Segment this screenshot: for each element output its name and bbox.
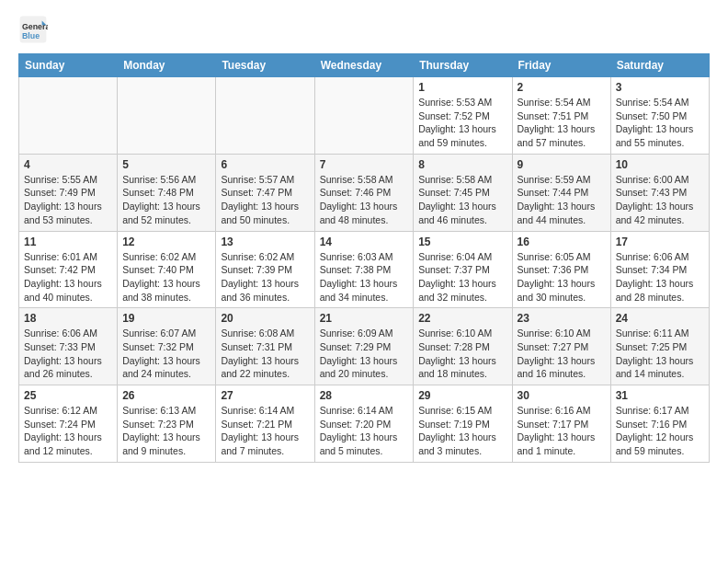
day-number: 8 [418, 158, 506, 171]
day-detail: Sunrise: 6:02 AM Sunset: 7:40 PM Dayligh… [122, 250, 210, 304]
calendar-cell: 13Sunrise: 6:02 AM Sunset: 7:39 PM Dayli… [216, 231, 314, 308]
day-detail: Sunrise: 6:02 AM Sunset: 7:39 PM Dayligh… [221, 250, 309, 304]
day-detail: Sunrise: 6:10 AM Sunset: 7:28 PM Dayligh… [418, 327, 506, 381]
col-sunday: Sunday [19, 54, 118, 77]
day-detail: Sunrise: 6:14 AM Sunset: 7:21 PM Dayligh… [221, 404, 309, 458]
day-detail: Sunrise: 5:55 AM Sunset: 7:49 PM Dayligh… [24, 173, 112, 227]
day-number: 15 [418, 236, 506, 248]
day-number: 18 [24, 312, 112, 325]
day-detail: Sunrise: 6:11 AM Sunset: 7:25 PM Dayligh… [616, 327, 704, 381]
day-detail: Sunrise: 6:10 AM Sunset: 7:27 PM Dayligh… [518, 327, 606, 381]
calendar-cell: 10Sunrise: 6:00 AM Sunset: 7:43 PM Dayli… [610, 154, 709, 231]
calendar-header: Sunday Monday Tuesday Wednesday Thursday… [19, 54, 710, 77]
day-detail: Sunrise: 6:06 AM Sunset: 7:34 PM Dayligh… [616, 250, 704, 304]
day-detail: Sunrise: 5:54 AM Sunset: 7:51 PM Dayligh… [518, 96, 606, 150]
day-number: 16 [518, 236, 606, 248]
calendar-cell: 27Sunrise: 6:14 AM Sunset: 7:21 PM Dayli… [216, 385, 314, 463]
col-wednesday: Wednesday [314, 54, 414, 77]
day-number: 14 [320, 236, 409, 248]
day-number: 31 [616, 389, 704, 402]
page-header: General Blue [18, 15, 710, 44]
day-number: 3 [616, 81, 704, 94]
day-detail: Sunrise: 6:12 AM Sunset: 7:24 PM Dayligh… [24, 404, 112, 458]
calendar-cell: 31Sunrise: 6:17 AM Sunset: 7:16 PM Dayli… [610, 385, 709, 463]
day-number: 12 [122, 236, 210, 248]
calendar-cell: 19Sunrise: 6:07 AM Sunset: 7:32 PM Dayli… [118, 308, 216, 385]
col-monday: Monday [118, 54, 216, 77]
day-detail: Sunrise: 5:58 AM Sunset: 7:45 PM Dayligh… [418, 173, 506, 227]
calendar-cell: 4Sunrise: 5:55 AM Sunset: 7:49 PM Daylig… [19, 154, 118, 231]
calendar-cell [216, 77, 314, 155]
calendar-cell: 8Sunrise: 5:58 AM Sunset: 7:45 PM Daylig… [414, 154, 512, 231]
calendar-cell: 25Sunrise: 6:12 AM Sunset: 7:24 PM Dayli… [19, 385, 118, 463]
calendar-week-2: 4Sunrise: 5:55 AM Sunset: 7:49 PM Daylig… [19, 154, 710, 231]
calendar-week-4: 18Sunrise: 6:06 AM Sunset: 7:33 PM Dayli… [19, 308, 710, 385]
day-detail: Sunrise: 5:53 AM Sunset: 7:52 PM Dayligh… [418, 96, 506, 150]
day-detail: Sunrise: 6:00 AM Sunset: 7:43 PM Dayligh… [616, 173, 704, 227]
day-number: 1 [418, 81, 506, 94]
calendar-cell: 14Sunrise: 6:03 AM Sunset: 7:38 PM Dayli… [314, 231, 414, 308]
calendar-cell: 11Sunrise: 6:01 AM Sunset: 7:42 PM Dayli… [19, 231, 118, 308]
calendar-week-3: 11Sunrise: 6:01 AM Sunset: 7:42 PM Dayli… [19, 231, 710, 308]
day-number: 30 [518, 389, 606, 402]
calendar-cell: 7Sunrise: 5:58 AM Sunset: 7:46 PM Daylig… [314, 154, 414, 231]
calendar-cell: 5Sunrise: 5:56 AM Sunset: 7:48 PM Daylig… [118, 154, 216, 231]
day-number: 13 [221, 236, 309, 248]
day-number: 28 [320, 389, 409, 402]
day-number: 20 [221, 312, 309, 325]
day-detail: Sunrise: 6:07 AM Sunset: 7:32 PM Dayligh… [122, 327, 210, 381]
col-friday: Friday [512, 54, 610, 77]
day-number: 11 [24, 236, 112, 248]
day-number: 23 [518, 312, 606, 325]
day-number: 6 [221, 158, 309, 171]
calendar-cell [118, 77, 216, 155]
day-detail: Sunrise: 5:59 AM Sunset: 7:44 PM Dayligh… [518, 173, 606, 227]
day-detail: Sunrise: 5:58 AM Sunset: 7:46 PM Dayligh… [320, 173, 409, 227]
day-detail: Sunrise: 6:01 AM Sunset: 7:42 PM Dayligh… [24, 250, 112, 304]
day-number: 4 [24, 158, 112, 171]
day-number: 5 [122, 158, 210, 171]
logo-icon: General Blue [18, 15, 48, 44]
day-detail: Sunrise: 6:04 AM Sunset: 7:37 PM Dayligh… [418, 250, 506, 304]
calendar-cell: 12Sunrise: 6:02 AM Sunset: 7:40 PM Dayli… [118, 231, 216, 308]
calendar-cell: 24Sunrise: 6:11 AM Sunset: 7:25 PM Dayli… [610, 308, 709, 385]
day-number: 27 [221, 389, 309, 402]
day-detail: Sunrise: 6:05 AM Sunset: 7:36 PM Dayligh… [518, 250, 606, 304]
day-detail: Sunrise: 6:15 AM Sunset: 7:19 PM Dayligh… [418, 404, 506, 458]
day-detail: Sunrise: 5:54 AM Sunset: 7:50 PM Dayligh… [616, 96, 704, 150]
day-number: 2 [518, 81, 606, 94]
calendar-cell: 29Sunrise: 6:15 AM Sunset: 7:19 PM Dayli… [414, 385, 512, 463]
day-detail: Sunrise: 6:08 AM Sunset: 7:31 PM Dayligh… [221, 327, 309, 381]
calendar-cell: 3Sunrise: 5:54 AM Sunset: 7:50 PM Daylig… [610, 77, 709, 155]
day-detail: Sunrise: 6:06 AM Sunset: 7:33 PM Dayligh… [24, 327, 112, 381]
day-detail: Sunrise: 5:57 AM Sunset: 7:47 PM Dayligh… [221, 173, 309, 227]
logo: General Blue [18, 15, 51, 44]
calendar-cell: 26Sunrise: 6:13 AM Sunset: 7:23 PM Dayli… [118, 385, 216, 463]
day-number: 26 [122, 389, 210, 402]
calendar-cell: 15Sunrise: 6:04 AM Sunset: 7:37 PM Dayli… [414, 231, 512, 308]
header-row: Sunday Monday Tuesday Wednesday Thursday… [19, 54, 710, 77]
col-tuesday: Tuesday [216, 54, 314, 77]
day-detail: Sunrise: 6:16 AM Sunset: 7:17 PM Dayligh… [518, 404, 606, 458]
calendar-cell: 23Sunrise: 6:10 AM Sunset: 7:27 PM Dayli… [512, 308, 610, 385]
day-number: 9 [518, 158, 606, 171]
calendar-cell: 22Sunrise: 6:10 AM Sunset: 7:28 PM Dayli… [414, 308, 512, 385]
calendar-cell: 20Sunrise: 6:08 AM Sunset: 7:31 PM Dayli… [216, 308, 314, 385]
calendar-cell [314, 77, 414, 155]
day-number: 17 [616, 236, 704, 248]
calendar-week-1: 1Sunrise: 5:53 AM Sunset: 7:52 PM Daylig… [19, 77, 710, 155]
calendar-cell [19, 77, 118, 155]
day-number: 10 [616, 158, 704, 171]
col-thursday: Thursday [414, 54, 512, 77]
calendar-cell: 17Sunrise: 6:06 AM Sunset: 7:34 PM Dayli… [610, 231, 709, 308]
calendar-week-5: 25Sunrise: 6:12 AM Sunset: 7:24 PM Dayli… [19, 385, 710, 463]
day-detail: Sunrise: 6:09 AM Sunset: 7:29 PM Dayligh… [320, 327, 409, 381]
day-number: 22 [418, 312, 506, 325]
calendar-cell: 28Sunrise: 6:14 AM Sunset: 7:20 PM Dayli… [314, 385, 414, 463]
calendar-cell: 18Sunrise: 6:06 AM Sunset: 7:33 PM Dayli… [19, 308, 118, 385]
day-detail: Sunrise: 6:03 AM Sunset: 7:38 PM Dayligh… [320, 250, 409, 304]
calendar-cell: 16Sunrise: 6:05 AM Sunset: 7:36 PM Dayli… [512, 231, 610, 308]
day-number: 21 [320, 312, 409, 325]
day-detail: Sunrise: 6:17 AM Sunset: 7:16 PM Dayligh… [616, 404, 704, 458]
day-number: 29 [418, 389, 506, 402]
